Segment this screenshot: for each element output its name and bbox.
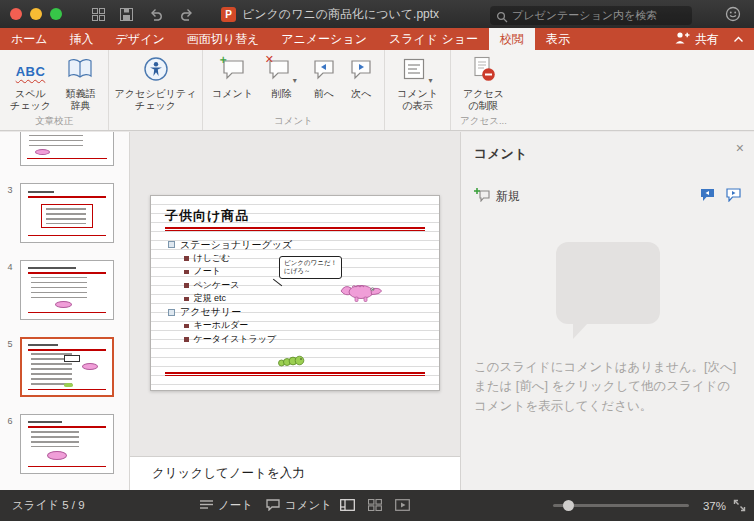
restrict-access-button[interactable]: アクセス の制限 — [455, 55, 512, 112]
slide-number: 5 — [0, 337, 20, 397]
slide-number: 6 — [0, 414, 20, 474]
next-comment-blue-icon[interactable] — [725, 187, 742, 206]
thumbnail-row: 3 — [0, 183, 129, 243]
green-caterpillar-clipart[interactable] — [277, 353, 305, 372]
window-controls — [10, 8, 62, 20]
collapse-ribbon-button[interactable] — [733, 28, 754, 50]
slide-number: 3 — [0, 183, 20, 243]
search-box — [490, 5, 692, 24]
show-comments-pane-icon — [402, 57, 426, 85]
tab-view[interactable]: 表示 — [535, 28, 581, 50]
smiley-feedback-icon[interactable] — [725, 6, 741, 26]
thesaurus-book-icon — [67, 58, 93, 84]
close-icon[interactable]: × — [736, 141, 744, 155]
view-grid-icon[interactable] — [92, 8, 105, 21]
current-slide[interactable]: 子供向け商品 ステーショナリーグッズ けしごむ ノート ペンケース 定規 etc… — [150, 195, 440, 391]
main-area: 3 4 5 — [0, 132, 754, 490]
next-comment-button[interactable]: 次へ — [343, 55, 380, 100]
notes-icon — [200, 499, 213, 512]
slide-thumbnail[interactable] — [20, 132, 114, 166]
zoom-level[interactable]: 37% — [703, 490, 726, 521]
tab-transitions[interactable]: 画面切り替え — [176, 28, 271, 50]
tab-insert[interactable]: 挿入 — [59, 28, 105, 50]
new-comment-button-panel[interactable]: 新規 — [473, 187, 520, 205]
bullet-item: ノート — [184, 265, 292, 279]
spellcheck-abc-icon: ABC — [16, 64, 46, 79]
tab-animations[interactable]: アニメーション — [270, 28, 378, 50]
empty-comments-bubble-icon — [556, 242, 660, 324]
slide-thumbnail-6[interactable] — [20, 414, 114, 474]
redo-icon[interactable] — [179, 8, 195, 21]
footer-rule — [165, 372, 425, 376]
notes-pane[interactable]: クリックしてノートを入力 — [130, 456, 460, 490]
bullet-item: けしごむ — [184, 252, 292, 266]
document-title-area: P ピンクのワニの商品化について.pptx — [221, 6, 439, 23]
bullet-item: キーホルダー — [184, 319, 292, 333]
ribbon-group-proofing: ABC スペル チェック 類義語 辞典 文章校正 — [0, 50, 108, 130]
slide-canvas[interactable]: 子供向け商品 ステーショナリーグッズ けしごむ ノート ペンケース 定規 etc… — [130, 132, 460, 456]
pink-crocodile-clipart[interactable] — [339, 281, 383, 307]
delete-comment-icon: ✕ — [267, 57, 291, 85]
bullet-item: ケータイストラップ — [184, 333, 292, 347]
share-button[interactable]: 共有 — [666, 28, 733, 50]
dropdown-caret: ▾ — [428, 76, 432, 85]
ribbon-group-access: アクセス の制限 アクセス... — [450, 50, 516, 130]
ribbon-group-comments: ＋ コメント ✕▾ 削除 前へ 次へ コメント — [202, 50, 384, 130]
new-comment-icon: ＋ — [220, 57, 246, 85]
slide-sorter-view-icon[interactable] — [368, 499, 382, 513]
slide-thumbnail-5-selected[interactable] — [20, 337, 114, 397]
search-input[interactable] — [490, 6, 692, 25]
minimize-window-button[interactable] — [30, 8, 42, 20]
tab-slideshow[interactable]: スライド ショー — [378, 28, 489, 50]
zoom-slider-knob[interactable] — [563, 500, 574, 511]
tab-home[interactable]: ホーム — [0, 28, 59, 50]
powerpoint-app-icon: P — [221, 7, 236, 22]
previous-comment-icon — [312, 57, 336, 85]
undo-icon[interactable] — [148, 8, 164, 21]
share-person-icon — [674, 31, 690, 47]
slide-body-text[interactable]: ステーショナリーグッズ けしごむ ノート ペンケース 定規 etc アクセサリー… — [168, 238, 292, 346]
slide-thumbnail-3[interactable] — [20, 183, 114, 243]
dropdown-caret: ▾ — [293, 76, 297, 85]
bullet-item: 定規 etc — [184, 292, 292, 306]
ribbon: ABC スペル チェック 類義語 辞典 文章校正 アクセシビリティ チェック ＋… — [0, 50, 754, 131]
thesaurus-button[interactable]: 類義語 辞典 — [57, 55, 104, 112]
previous-comment-button[interactable]: 前へ — [305, 55, 342, 100]
comments-panel: コメント × 新規 このスライドにコメントはありません。[次へ] または [前へ… — [460, 132, 754, 490]
no-comments-message: このスライドにコメントはありません。[次へ] または [前へ] をクリックして他… — [474, 358, 741, 416]
zoom-slider[interactable] — [553, 504, 689, 507]
show-comments-button[interactable]: ▾ コメント の表示 — [389, 55, 446, 112]
bullet-square-icon — [184, 324, 189, 329]
fit-to-window-icon[interactable] — [733, 490, 746, 521]
restrict-access-icon — [472, 56, 496, 86]
bullet-square-icon — [184, 256, 189, 261]
normal-view-icon[interactable] — [340, 499, 355, 513]
bullet-item: ステーショナリーグッズ — [168, 238, 292, 252]
slide-title[interactable]: 子供向け商品 — [165, 207, 249, 225]
save-icon[interactable] — [120, 8, 133, 21]
accessibility-check-button[interactable]: アクセシビリティ チェック — [113, 55, 198, 112]
speech-bubble-callout[interactable]: ピンクのワニだ！ にげろ～ — [279, 256, 342, 279]
previous-comment-blue-icon[interactable] — [699, 187, 716, 206]
new-comment-plus-icon — [473, 187, 490, 205]
bullet-item: アクセサリー — [168, 306, 292, 320]
tab-review[interactable]: 校閲 — [489, 28, 535, 50]
spell-check-button[interactable]: ABC スペル チェック — [4, 55, 57, 112]
ribbon-tabbar: ホーム 挿入 デザイン 画面切り替え アニメーション スライド ショー 校閲 表… — [0, 28, 754, 50]
delete-comment-button[interactable]: ✕▾ 削除 — [258, 55, 305, 100]
bullet-square-icon — [184, 337, 189, 342]
tab-design[interactable]: デザイン — [105, 28, 176, 50]
bullet-square-icon — [184, 297, 189, 302]
notes-placeholder: クリックしてノートを入力 — [152, 465, 305, 482]
toggle-notes-button[interactable]: ノート — [200, 490, 253, 521]
titlebar: P ピンクのワニの商品化について.pptx — [0, 0, 754, 28]
slide-thumbnail-4[interactable] — [20, 260, 114, 320]
slide-number: 4 — [0, 260, 20, 320]
bullet-square-icon — [184, 283, 189, 288]
close-window-button[interactable] — [10, 8, 22, 20]
slideshow-view-icon[interactable] — [395, 499, 410, 513]
new-comment-button[interactable]: ＋ コメント — [207, 55, 258, 100]
zoom-window-button[interactable] — [50, 8, 62, 20]
toggle-comments-button[interactable]: コメント — [266, 490, 332, 521]
bullet-square-icon — [168, 309, 175, 316]
